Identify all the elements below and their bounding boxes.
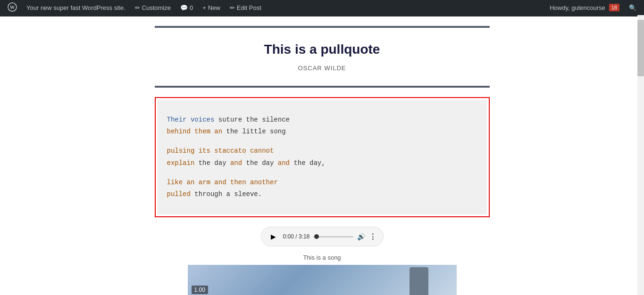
customize-item[interactable]: ✏ Customize (131, 0, 175, 15)
media-thumbnail: 1.00 (188, 265, 457, 295)
howdy-label: Howdy, gutencourse (550, 4, 605, 11)
verse-line-1: Their voices suture the silence (167, 114, 477, 126)
edit-post-label: Edit Post (237, 4, 261, 11)
thumbnail-label: 1.00 (192, 286, 208, 294)
plus-icon: + (202, 4, 206, 11)
verse-group-1: Their voices suture the silence behind t… (167, 114, 477, 138)
edit-icon: ✏ (230, 4, 235, 11)
wp-logo-icon: W (8, 2, 17, 13)
pullquote-author: OSCAR WILDE (164, 65, 480, 72)
audio-player[interactable]: ▶ 0:00 / 3:18 🔊 ⋮ (261, 227, 384, 246)
preformatted-block: Their voices suture the silence behind t… (158, 100, 487, 214)
verse-line-3: pulsing its staccato cannot (167, 145, 477, 157)
volume-icon[interactable]: 🔊 (357, 233, 365, 240)
verse-group-2: pulsing its staccato cannot explain the … (167, 145, 477, 169)
search-icon: 🔍 (629, 4, 636, 11)
search-item[interactable]: 🔍 (625, 0, 640, 15)
thumbnail-figure (410, 267, 428, 295)
howdy-item[interactable]: Howdy, gutencourse 18 (546, 0, 623, 15)
adminbar-left: W Your new super fast WordPress site. ✏ … (4, 0, 546, 15)
svg-text:W: W (10, 5, 15, 10)
new-label: New (208, 4, 220, 11)
pullquote-block: This is a pullquote OSCAR WILDE (155, 26, 490, 88)
comment-icon: 💬 (180, 4, 188, 11)
play-button[interactable]: ▶ (268, 231, 279, 242)
preformatted-block-wrapper[interactable]: Their voices suture the silence behind t… (155, 97, 490, 217)
user-avatar: 18 (609, 4, 619, 11)
progress-indicator (314, 234, 319, 239)
verse-line-4: explain the day and the day and the day, (167, 157, 477, 169)
pullquote-title: This is a pullquote (164, 42, 480, 57)
adminbar-right: Howdy, gutencourse 18 🔍 (546, 0, 640, 15)
edit-post-item[interactable]: ✏ Edit Post (226, 0, 265, 15)
current-time: 0:00 (283, 233, 294, 240)
admin-bar: W Your new super fast WordPress site. ✏ … (0, 0, 644, 15)
wp-logo-item[interactable]: W (4, 0, 21, 15)
more-options-icon[interactable]: ⋮ (369, 232, 376, 241)
verse-line-6: pulled through a sleeve. (167, 188, 477, 200)
verse-line-5: like an arm and then another (167, 177, 477, 188)
content-area: This is a pullquote OSCAR WILDE Their vo… (145, 16, 499, 295)
customize-label: Customize (142, 4, 171, 11)
time-separator: / (295, 233, 299, 240)
total-time: 3:18 (299, 233, 309, 240)
progress-bar[interactable] (313, 236, 353, 238)
verse-group-3: like an arm and then another pulled (167, 177, 477, 200)
media-caption: This is a song (155, 254, 490, 261)
time-display: 0:00 / 3:18 (283, 233, 310, 240)
page-wrapper: This is a pullquote OSCAR WILDE Their vo… (0, 15, 644, 295)
verse-line-2: behind them an the little song (167, 126, 477, 138)
comments-count: 0 (190, 4, 193, 11)
comments-item[interactable]: 💬 0 (176, 0, 197, 15)
pencil-icon: ✏ (135, 4, 140, 11)
site-name-item[interactable]: Your new super fast WordPress site. (23, 0, 129, 15)
scrollbar-track[interactable] (637, 15, 644, 295)
scrollbar-thumb[interactable] (637, 20, 644, 76)
new-item[interactable]: + New (199, 0, 224, 15)
site-name-label: Your new super fast WordPress site. (26, 4, 125, 11)
